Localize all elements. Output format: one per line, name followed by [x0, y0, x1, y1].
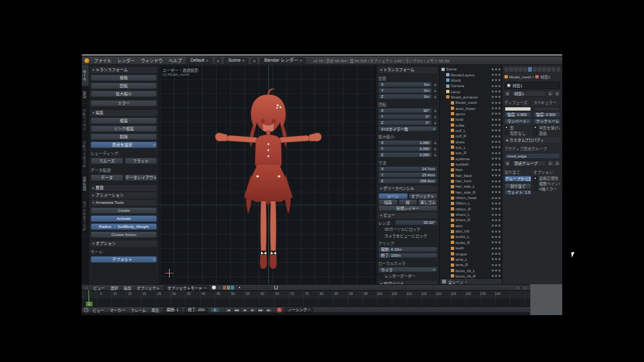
- visibility-eye-icon[interactable]: [492, 269, 494, 272]
- tab-particles-icon[interactable]: [537, 67, 541, 72]
- visibility-eye-icon[interactable]: [492, 247, 494, 249]
- selectability-icon[interactable]: [495, 231, 497, 233]
- selectability-icon[interactable]: [495, 225, 497, 227]
- lock-icon[interactable]: [433, 108, 437, 113]
- outliner-row[interactable]: face: [440, 167, 502, 172]
- translate-manipulator-icon[interactable]: [223, 286, 226, 290]
- sync-mode-dropdown[interactable]: ノーシンク ▾: [284, 308, 313, 312]
- renderability-icon[interactable]: [498, 197, 500, 199]
- selectability-icon[interactable]: [495, 169, 497, 171]
- amasawa-tool-button[interactable]: Radius → SoftBody_Weight: [91, 223, 157, 230]
- selectability-icon[interactable]: [495, 135, 497, 137]
- outliner-row[interactable]: shoes_R: [440, 217, 502, 223]
- outliner-row[interactable]: ribbon_L: [440, 200, 502, 206]
- layer-toggle[interactable]: [248, 286, 250, 289]
- renderability-icon[interactable]: [498, 74, 500, 76]
- layer-toggle[interactable]: [256, 286, 259, 289]
- selectability-icon[interactable]: [495, 85, 497, 87]
- rotation-field[interactable]: Y0°: [378, 114, 432, 119]
- playback-button[interactable]: ◀: [241, 308, 248, 312]
- outliner-row[interactable]: socks_R: [440, 240, 502, 245]
- lock-icon[interactable]: [433, 152, 437, 158]
- renderability-icon[interactable]: [498, 202, 500, 204]
- outliner-row[interactable]: skirt: [440, 223, 502, 229]
- unlink-material-button[interactable]: ×: [554, 90, 560, 97]
- outliner-row[interactable]: apron: [440, 111, 502, 117]
- render-border-checkbox[interactable]: [378, 274, 382, 278]
- selectability-icon[interactable]: [495, 119, 497, 121]
- lock-icon[interactable]: [433, 88, 437, 93]
- renderability-icon[interactable]: [498, 96, 500, 98]
- selectability-icon[interactable]: [495, 164, 497, 166]
- outliner-row[interactable]: eyelash: [440, 162, 502, 167]
- add-material-button[interactable]: +: [547, 90, 553, 97]
- selectability-icon[interactable]: [495, 264, 497, 266]
- menu-item[interactable]: ウィンドウ: [140, 57, 164, 64]
- render-engine-dropdown[interactable]: Blender レンダー▾: [260, 58, 306, 64]
- amasawa-tool-button[interactable]: Activate: [91, 215, 157, 222]
- outliner-row[interactable]: tongue: [440, 251, 502, 256]
- layer-toggle[interactable]: [262, 286, 265, 289]
- visibility-eye-icon[interactable]: [492, 219, 494, 221]
- renderability-icon[interactable]: [498, 247, 500, 249]
- outliner-row[interactable]: boots_rib_R: [440, 274, 502, 278]
- scale-manipulator-icon[interactable]: [231, 286, 234, 290]
- playback-button[interactable]: ▶: [249, 308, 256, 312]
- selectability-icon[interactable]: [495, 146, 497, 148]
- outliner-row[interactable]: acce_flower: [440, 105, 502, 111]
- selectability-icon[interactable]: [495, 129, 497, 131]
- select-by-group-button[interactable]: グループから選択: [504, 176, 531, 182]
- renderability-icon[interactable]: [498, 236, 500, 238]
- selectability-icon[interactable]: [495, 113, 497, 115]
- visibility-eye-icon[interactable]: [492, 231, 494, 233]
- renderability-icon[interactable]: [498, 85, 500, 87]
- frame-start-field[interactable]: 開始: 1: [163, 308, 182, 312]
- renderability-icon[interactable]: [498, 113, 500, 115]
- material-name-field[interactable]: 材質1: [512, 90, 547, 97]
- active-vertex-group-field[interactable]: mmd_edge: [504, 153, 560, 159]
- visibility-eye-icon[interactable]: [492, 90, 494, 93]
- renderability-icon[interactable]: [498, 180, 500, 182]
- scale-field[interactable]: Y0.080: [378, 146, 432, 152]
- selectability-icon[interactable]: [495, 219, 497, 221]
- visibility-eye-icon[interactable]: [492, 68, 494, 70]
- layer-toggle[interactable]: [241, 286, 244, 289]
- diffuse-intensity-slider[interactable]: 強度: 0.800: [504, 112, 531, 117]
- visibility-eye-icon[interactable]: [492, 186, 494, 188]
- outliner-row[interactable]: body: [440, 117, 502, 122]
- lock-cursor-checkbox[interactable]: [378, 227, 382, 231]
- selectability-icon[interactable]: [495, 124, 497, 126]
- visibility-eye-icon[interactable]: [492, 202, 494, 204]
- tab-scene-icon[interactable]: [514, 67, 518, 72]
- scene-dropdown[interactable]: Scene▾: [224, 58, 248, 64]
- renderability-icon[interactable]: [498, 174, 500, 176]
- amasawa-tool-button[interactable]: Cluster Action: [91, 231, 157, 238]
- visibility-eye-icon[interactable]: [492, 241, 494, 243]
- clip-end-field[interactable]: 終了: 100m: [378, 253, 437, 258]
- outliner-row[interactable]: eyebrow: [440, 156, 502, 162]
- outliner-row[interactable]: RenderLayers: [440, 72, 502, 77]
- renderability-icon[interactable]: [498, 264, 500, 266]
- transform-tool-button[interactable]: 回転: [91, 82, 157, 89]
- material-option-checkbox[interactable]: [504, 125, 508, 129]
- visibility-eye-icon[interactable]: [492, 129, 494, 131]
- visibility-eye-icon[interactable]: [492, 141, 494, 143]
- selectability-icon[interactable]: [495, 102, 497, 104]
- layer-toggle[interactable]: [268, 286, 271, 289]
- viewport-shading-icon[interactable]: [212, 286, 216, 290]
- specular-color-swatch[interactable]: [533, 107, 560, 111]
- outliner-row[interactable]: Scene: [440, 66, 502, 72]
- gp-draw-button[interactable]: 描画: [378, 199, 398, 205]
- selectability-icon[interactable]: [495, 74, 497, 76]
- renderability-icon[interactable]: [498, 253, 500, 255]
- outliner-row[interactable]: socks_L: [440, 234, 502, 239]
- selectability-icon[interactable]: [495, 141, 497, 143]
- rotation-mode-dropdown[interactable]: XYZオイラー角▾: [378, 126, 437, 131]
- renderability-icon[interactable]: [498, 231, 500, 233]
- selectability-icon[interactable]: [495, 197, 497, 199]
- shade-smooth-button[interactable]: スムーズ: [91, 158, 123, 164]
- gp-line-button[interactable]: 線: [398, 199, 418, 205]
- renderability-icon[interactable]: [498, 102, 500, 104]
- renderability-icon[interactable]: [498, 169, 500, 171]
- options-mode-dropdown[interactable]: デフォルト: [91, 256, 157, 263]
